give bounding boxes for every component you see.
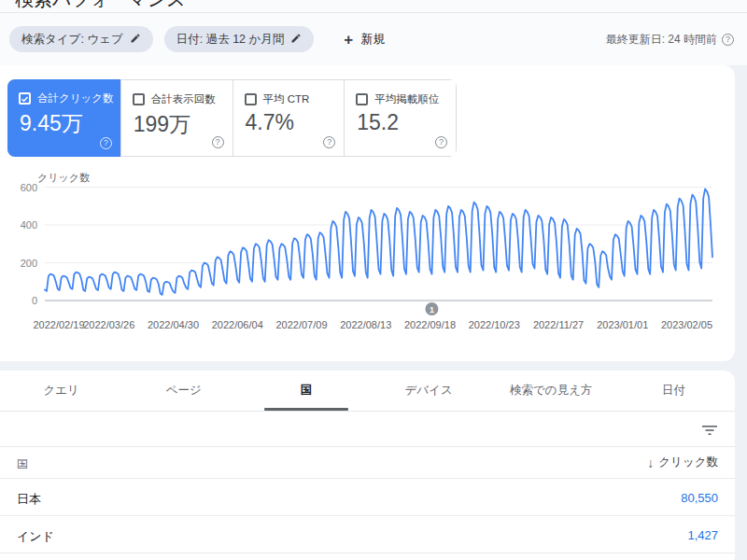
- help-icon[interactable]: ?: [212, 136, 224, 148]
- plus-icon: +: [344, 32, 353, 48]
- y-tick-label: 600: [21, 182, 37, 193]
- checkbox-checked-icon[interactable]: [19, 92, 31, 105]
- checkbox-unchecked-icon[interactable]: [133, 93, 145, 105]
- column-header-clicks-sort[interactable]: ↓ クリック数: [647, 455, 718, 470]
- last-updated: 最終更新日: 24 時間前 ?: [606, 32, 734, 48]
- tab-devices[interactable]: デバイス: [368, 371, 490, 411]
- x-tick-label: 2022/09/18: [404, 319, 456, 330]
- tab-countries[interactable]: 国: [245, 371, 367, 411]
- date-range-chip-label: 日付: 過去 12 か月間: [176, 32, 285, 48]
- table-row[interactable]: インド 1,427: [0, 516, 735, 553]
- x-tick-label: 2023/02/05: [661, 319, 712, 330]
- metric-label: 合計クリック数: [37, 91, 114, 105]
- metric-value: 4.7%: [246, 110, 294, 135]
- filter-list-icon[interactable]: [699, 420, 720, 441]
- search-console-performance-page: 検索パフォーマンス 検索タイプ: ウェブ 日付: 過去 12 か月間 + 新規 …: [0, 0, 747, 560]
- metric-value: 15.2: [357, 110, 399, 135]
- table-row[interactable]: 日本 80,550: [0, 479, 735, 516]
- help-icon[interactable]: ?: [100, 137, 112, 149]
- clicks-line-chart[interactable]: 02004006002022/02/192022/03/262022/04/30…: [0, 179, 735, 345]
- metric-label: 合計表示回数: [151, 92, 216, 106]
- metric-value: 9.45万: [20, 109, 83, 138]
- x-tick-label: 2022/06/04: [212, 319, 263, 330]
- x-tick-label: 2022/03/26: [83, 319, 134, 330]
- search-type-chip-label: 検索タイプ: ウェブ: [21, 32, 123, 48]
- metric-value: 199万: [134, 110, 190, 139]
- y-tick-label: 0: [32, 295, 37, 306]
- page-title: 検索パフォーマンス: [15, 0, 186, 12]
- edit-pencil-icon: [130, 33, 141, 47]
- new-filter-button[interactable]: + 新規: [338, 27, 390, 51]
- performance-summary-card: 合計クリック数 9.45万 ? 合計表示回数 199万 ? 平均 CTR 4.7…: [0, 65, 735, 361]
- date-range-chip[interactable]: 日付: 過去 12 か月間: [164, 26, 315, 52]
- metric-card-total-impressions[interactable]: 合計表示回数 199万 ?: [120, 80, 233, 156]
- x-tick-label: 2022/02/19: [33, 319, 84, 330]
- tab-dates[interactable]: 日付: [613, 371, 735, 411]
- search-type-chip[interactable]: 検索タイプ: ウェブ: [9, 26, 153, 52]
- metric-card-average-position[interactable]: 平均掲載順位 15.2 ?: [344, 80, 456, 156]
- dimensions-card: クエリ ページ 国 デバイス 検索での見え方 日付 国 ↓ クリック数: [0, 371, 735, 560]
- x-tick-label: 2022/04/30: [148, 319, 199, 330]
- clicks-series-line: [45, 189, 712, 295]
- checkbox-unchecked-icon[interactable]: [245, 93, 257, 105]
- table-row[interactable]: 米国 954: [0, 553, 735, 560]
- dimension-tabs: クエリ ページ 国 デバイス 検索での見え方 日付: [0, 371, 735, 412]
- checkbox-unchecked-icon[interactable]: [356, 93, 368, 105]
- last-updated-text: 最終更新日: 24 時間前: [606, 32, 717, 48]
- x-tick-label: 2022/10/23: [469, 319, 520, 330]
- tab-pages[interactable]: ページ: [122, 371, 245, 411]
- x-tick-label: 2023/01/01: [597, 319, 648, 330]
- table-toolbar: [0, 412, 735, 447]
- metric-cards-group: 合計クリック数 9.45万 ? 合計表示回数 199万 ? 平均 CTR 4.7…: [7, 79, 457, 157]
- x-tick-label: 2022/07/09: [275, 319, 327, 330]
- metric-label: 平均 CTR: [263, 92, 310, 106]
- filter-bar: 検索タイプ: ウェブ 日付: 過去 12 か月間 + 新規 最終更新日: 24 …: [9, 25, 734, 53]
- tab-search-appearance[interactable]: 検索での見え方: [490, 371, 613, 411]
- x-tick-label: 2022/08/13: [340, 319, 391, 330]
- help-icon[interactable]: ?: [323, 136, 335, 148]
- edit-pencil-icon: [290, 33, 302, 47]
- help-icon[interactable]: ?: [722, 34, 734, 46]
- metric-label: 平均掲載順位: [374, 92, 439, 106]
- clicks-value[interactable]: 80,550: [681, 491, 718, 505]
- header-divider: [0, 12, 747, 13]
- new-filter-label: 新規: [360, 31, 385, 48]
- column-header-country[interactable]: 国: [17, 456, 28, 472]
- sort-desc-arrow-icon: ↓: [647, 456, 654, 469]
- metric-card-total-clicks[interactable]: 合計クリック数 9.45万 ?: [7, 79, 120, 157]
- country-name: インド: [17, 528, 54, 545]
- clicks-value[interactable]: 1,427: [687, 528, 718, 542]
- help-icon[interactable]: ?: [435, 136, 447, 148]
- table-header-row: 国 ↓ クリック数: [0, 447, 735, 479]
- country-name: 日本: [17, 491, 41, 508]
- y-tick-label: 200: [21, 258, 37, 269]
- page-header: 検索パフォーマンス 検索タイプ: ウェブ 日付: 過去 12 か月間 + 新規 …: [0, 0, 747, 65]
- annotation-marker-label: 1: [430, 305, 434, 315]
- x-tick-label: 2022/11/27: [533, 319, 584, 330]
- y-tick-label: 400: [21, 219, 37, 231]
- tab-queries[interactable]: クエリ: [0, 371, 122, 411]
- metric-card-average-ctr[interactable]: 平均 CTR 4.7% ?: [233, 80, 345, 156]
